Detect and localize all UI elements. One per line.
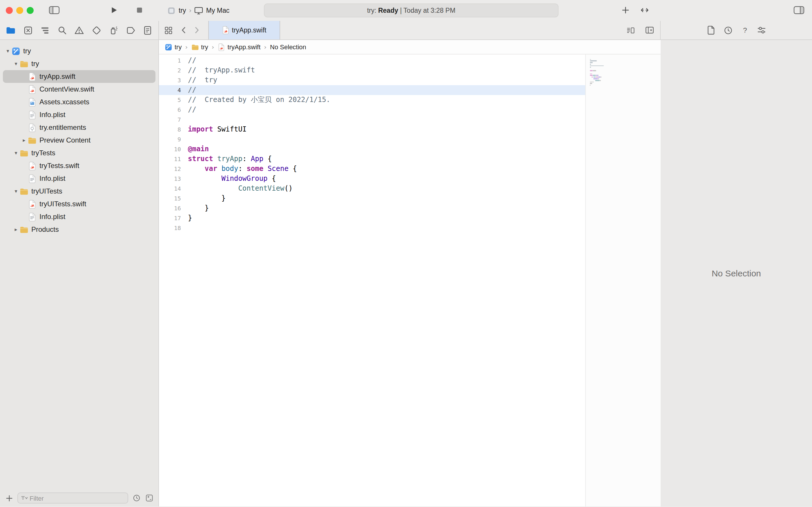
sidebar-item-preview-content[interactable]: ▸Preview Content: [3, 134, 155, 147]
code-line-6[interactable]: 6//: [159, 105, 585, 115]
editor-arrows-icon[interactable]: [640, 6, 650, 14]
file-inspector-icon[interactable]: [706, 25, 716, 35]
code-review-icon[interactable]: [626, 25, 635, 35]
source-editor: try›try›tryApp.swift›No Selection 1//2//…: [159, 40, 661, 506]
sidebar-item-try[interactable]: ▾try: [3, 57, 155, 70]
sidebar-item-info-plist[interactable]: Info.plist: [3, 172, 155, 185]
disclosure-right-icon[interactable]: ▸: [12, 227, 20, 232]
run-button[interactable]: [110, 6, 118, 14]
zoom-window-button[interactable]: [27, 7, 34, 14]
disclosure-down-icon[interactable]: ▾: [12, 188, 20, 194]
code-line-9[interactable]: 9: [159, 134, 585, 144]
code-line-1[interactable]: 1//: [159, 56, 585, 65]
code-text: WindowGroup {: [181, 174, 276, 184]
editor-tab[interactable]: tryApp.swift: [208, 21, 280, 40]
recent-files-filter-icon[interactable]: [132, 493, 141, 503]
scheme-selector[interactable]: try › My Mac: [167, 6, 230, 15]
line-number: 4: [159, 85, 181, 95]
code-line-5[interactable]: 5// Created by 小宝贝 on 2022/1/15.: [159, 95, 585, 105]
line-number: 5: [159, 95, 181, 105]
code-lines[interactable]: 1//2// tryApp.swift3// try4//5// Created…: [159, 54, 585, 506]
find-navigator-icon[interactable]: [57, 25, 67, 35]
code-text: }: [181, 213, 192, 223]
sidebar-item-contentview-swift[interactable]: ContentView.swift: [3, 83, 155, 96]
issue-navigator-icon[interactable]: [74, 25, 84, 35]
breadcrumb-label: tryApp.swift: [227, 44, 261, 50]
disclosure-down-icon[interactable]: ▾: [12, 61, 20, 67]
code-line-8[interactable]: 8import SwiftUI: [159, 125, 585, 134]
code-line-11[interactable]: 11struct tryApp: App {: [159, 154, 585, 164]
breadcrumb-item[interactable]: No Selection: [270, 44, 306, 50]
line-number: 11: [159, 154, 181, 164]
breadcrumb-item[interactable]: tryApp.swift: [218, 43, 261, 51]
toggle-inspector-icon[interactable]: [794, 6, 805, 14]
code-line-12[interactable]: 12 var body: some Scene {: [159, 164, 585, 174]
history-inspector-icon[interactable]: [723, 25, 732, 35]
project-navigator-icon[interactable]: [6, 25, 16, 35]
code-line-3[interactable]: 3// try: [159, 75, 585, 85]
disclosure-right-icon[interactable]: ▸: [20, 137, 28, 143]
add-file-icon[interactable]: [5, 493, 14, 503]
attributes-inspector-icon[interactable]: [757, 25, 766, 35]
code-line-4[interactable]: 4//: [159, 85, 585, 95]
line-number: 13: [159, 174, 181, 184]
sidebar-item-tryuitests[interactable]: ▾tryUITests: [3, 185, 155, 198]
line-number: 8: [159, 125, 181, 134]
plist-icon: [28, 110, 37, 119]
test-navigator-icon[interactable]: [91, 25, 101, 35]
line-number: 3: [159, 75, 181, 85]
report-navigator-icon[interactable]: [143, 25, 153, 35]
sidebar-item-label: Products: [31, 225, 59, 233]
folder-icon: [20, 225, 29, 234]
scm-status-filter-icon[interactable]: [144, 493, 154, 503]
sidebar-item-products[interactable]: ▸Products: [3, 223, 155, 236]
sidebar-item-try[interactable]: ▾try: [3, 45, 155, 57]
sidebar-item-label: Assets.xcassets: [40, 98, 89, 106]
code-line-10[interactable]: 10@main: [159, 144, 585, 154]
breadcrumb-item[interactable]: try: [165, 43, 182, 51]
entitlements-icon: [28, 123, 37, 132]
filter-icon: [20, 494, 28, 502]
minimize-window-button[interactable]: [16, 7, 23, 14]
back-button[interactable]: [179, 25, 188, 35]
sidebar-item-assets-xcassets[interactable]: Assets.xcassets: [3, 96, 155, 108]
breadcrumb-item[interactable]: try: [191, 43, 208, 51]
sidebar-item-label: Info.plist: [40, 213, 65, 221]
breadcrumb-label: try: [201, 44, 208, 50]
toggle-navigator-icon[interactable]: [49, 6, 60, 14]
minimap[interactable]: [585, 54, 661, 506]
sidebar-item-tryuitests-swift[interactable]: tryUITests.swift: [3, 198, 155, 210]
sidebar-item-info-plist[interactable]: Info.plist: [3, 108, 155, 121]
disclosure-down-icon[interactable]: ▾: [12, 150, 20, 156]
disclosure-down-icon[interactable]: ▾: [4, 48, 12, 54]
stop-button[interactable]: [136, 6, 143, 14]
symbol-navigator-icon[interactable]: [40, 25, 50, 35]
sidebar-item-tryapp-swift[interactable]: tryApp.swift: [3, 70, 155, 83]
add-editor-icon[interactable]: [645, 25, 654, 35]
breakpoint-navigator-icon[interactable]: [125, 25, 136, 35]
activity-status[interactable]: try: Ready | Today at 3:28 PM: [264, 3, 559, 17]
project-icon: [12, 47, 20, 55]
code-line-16[interactable]: 16 }: [159, 204, 585, 213]
code-line-13[interactable]: 13 WindowGroup {: [159, 174, 585, 184]
code-line-17[interactable]: 17}: [159, 213, 585, 223]
code-text: // Created by 小宝贝 on 2022/1/15.: [181, 95, 330, 105]
sidebar-item-trytests-swift[interactable]: tryTests.swift: [3, 159, 155, 172]
forward-button[interactable]: [192, 25, 201, 35]
debug-navigator-icon[interactable]: [108, 25, 118, 35]
sidebar-item-try-entitlements[interactable]: try.entitlements: [3, 121, 155, 134]
editor-overview-icon[interactable]: [163, 25, 173, 35]
code-line-18[interactable]: 18: [159, 223, 585, 233]
editor-options: [626, 21, 654, 40]
code-line-14[interactable]: 14 ContentView(): [159, 184, 585, 193]
code-line-15[interactable]: 15 }: [159, 193, 585, 204]
library-add-icon[interactable]: [622, 6, 629, 14]
close-window-button[interactable]: [6, 7, 13, 14]
sidebar-item-info-plist[interactable]: Info.plist: [3, 210, 155, 223]
code-line-7[interactable]: 7: [159, 115, 585, 125]
filter-input[interactable]: [30, 495, 125, 502]
source-control-navigator-icon[interactable]: [23, 25, 33, 35]
quick-help-inspector-icon[interactable]: ?: [740, 25, 749, 35]
code-line-2[interactable]: 2// tryApp.swift: [159, 65, 585, 75]
sidebar-item-trytests[interactable]: ▾tryTests: [3, 147, 155, 159]
